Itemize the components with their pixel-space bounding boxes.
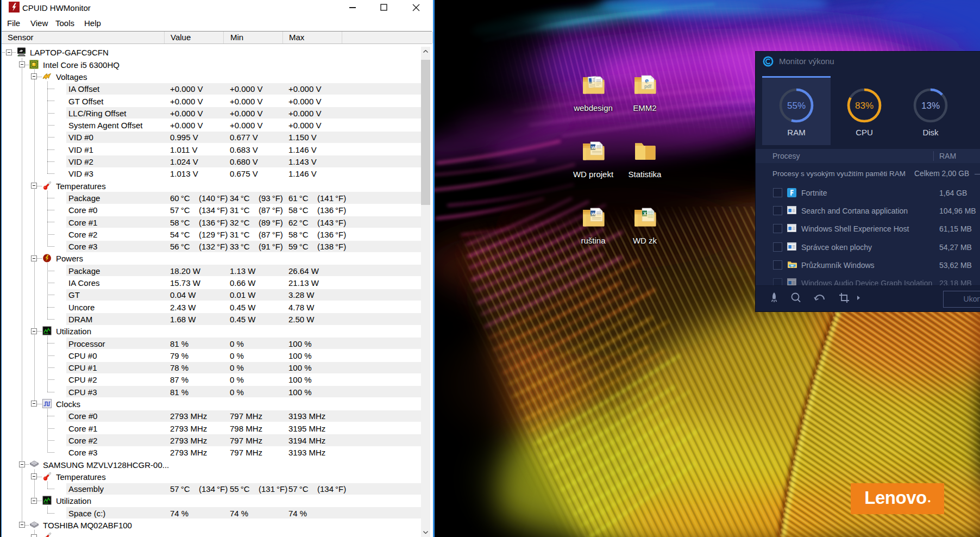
svg-text:13%: 13% [921,101,940,111]
svg-text:83%: 83% [855,101,874,111]
svg-text:55%: 55% [787,101,806,111]
